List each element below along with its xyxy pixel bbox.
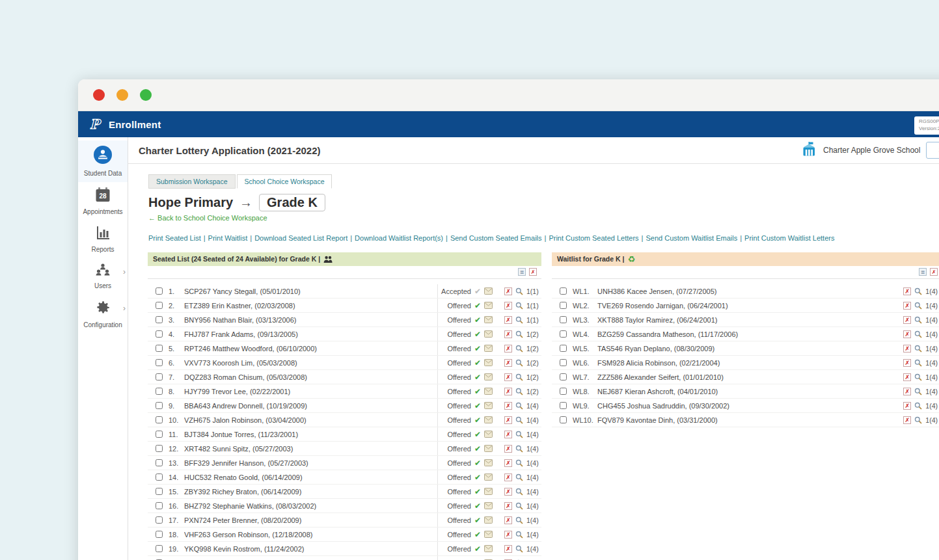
magnifier-icon[interactable]	[515, 359, 523, 367]
magnifier-icon[interactable]	[914, 359, 922, 367]
magnifier-icon[interactable]	[515, 388, 523, 395]
magnifier-icon[interactable]	[515, 416, 523, 424]
row-checkbox[interactable]	[156, 287, 163, 295]
sidebar-item-appointments[interactable]: 28 Appointments	[78, 182, 128, 220]
remove-icon[interactable]: ✗	[504, 431, 512, 438]
remove-icon[interactable]: ✗	[504, 531, 512, 539]
remove-icon[interactable]: ✗	[504, 402, 512, 410]
remove-icon[interactable]: ✗	[504, 416, 512, 424]
excel-export-icon[interactable]: ✗	[930, 268, 938, 276]
magnifier-icon[interactable]	[515, 373, 523, 381]
sidebar-item-reports[interactable]: Reports	[78, 220, 128, 258]
status-check-icon[interactable]: ✔	[474, 345, 481, 353]
row-checkbox[interactable]	[156, 516, 163, 524]
magnifier-icon[interactable]	[515, 445, 523, 453]
magnifier-icon[interactable]	[914, 330, 922, 338]
email-icon[interactable]	[484, 445, 493, 452]
tab-submission-workspace[interactable]: Submission Workspace	[148, 174, 236, 189]
magnifier-icon[interactable]	[515, 545, 523, 553]
status-check-icon[interactable]: ✔	[474, 445, 481, 453]
sidebar-item-student-data[interactable]: Student Data	[78, 140, 128, 182]
status-check-icon[interactable]: ✔	[474, 516, 481, 524]
magnifier-icon[interactable]	[914, 345, 922, 353]
magnifier-icon[interactable]	[914, 287, 922, 295]
email-icon[interactable]	[484, 316, 493, 323]
excel-export-icon[interactable]: ✗	[529, 268, 537, 276]
magnifier-icon[interactable]	[914, 302, 922, 310]
remove-icon[interactable]: ✗	[903, 416, 911, 424]
status-check-icon[interactable]: ✔	[474, 502, 481, 510]
sidebar-item-users[interactable]: Users ›	[78, 258, 128, 295]
remove-icon[interactable]: ✗	[504, 488, 512, 496]
action-link[interactable]: Send Custom Seated Emails	[450, 234, 542, 242]
email-icon[interactable]	[484, 416, 493, 423]
magnifier-icon[interactable]	[515, 473, 523, 481]
close-window-button[interactable]	[93, 89, 105, 101]
remove-icon[interactable]: ✗	[504, 330, 512, 338]
magnifier-icon[interactable]	[515, 459, 523, 467]
row-checkbox[interactable]	[156, 402, 163, 409]
back-to-workspace-link[interactable]: ← Back to School Choice Workspace	[148, 214, 267, 222]
people-icon[interactable]	[323, 256, 333, 263]
magnifier-icon[interactable]	[914, 388, 922, 395]
email-icon[interactable]	[484, 459, 493, 466]
magnifier-icon[interactable]	[515, 502, 523, 510]
status-check-icon[interactable]: ✔	[474, 302, 481, 310]
action-link[interactable]: Download Seated List Report	[254, 234, 347, 242]
switch-school-button[interactable]: Switch	[926, 142, 939, 159]
tab-school-choice-workspace[interactable]: School Choice Workspace	[237, 174, 333, 189]
remove-icon[interactable]: ✗	[903, 345, 911, 353]
row-checkbox[interactable]	[156, 545, 163, 552]
remove-icon[interactable]: ✗	[903, 316, 911, 324]
remove-icon[interactable]: ✗	[504, 302, 512, 310]
status-check-icon[interactable]: ✔	[474, 416, 481, 424]
status-check-icon[interactable]: ✔	[474, 531, 481, 539]
row-checkbox[interactable]	[560, 316, 567, 323]
row-checkbox[interactable]	[156, 359, 163, 366]
row-checkbox[interactable]	[156, 459, 163, 466]
magnifier-icon[interactable]	[515, 516, 523, 524]
row-checkbox[interactable]	[560, 416, 567, 423]
magnifier-icon[interactable]	[515, 531, 523, 539]
row-checkbox[interactable]	[156, 488, 163, 495]
email-icon[interactable]	[484, 330, 493, 338]
magnifier-icon[interactable]	[515, 316, 523, 324]
minimize-window-button[interactable]	[116, 89, 128, 101]
status-check-icon[interactable]: ✔	[474, 330, 481, 338]
zoom-window-button[interactable]	[140, 89, 152, 101]
status-check-icon[interactable]: ✔	[474, 402, 481, 410]
magnifier-icon[interactable]	[914, 373, 922, 381]
remove-icon[interactable]: ✗	[504, 345, 512, 353]
row-checkbox[interactable]	[156, 445, 163, 452]
export-list-icon[interactable]: ≣	[919, 268, 927, 276]
email-icon[interactable]	[484, 531, 493, 538]
email-icon[interactable]	[484, 302, 493, 309]
status-check-icon[interactable]: ✔	[474, 316, 481, 324]
remove-icon[interactable]: ✗	[903, 330, 911, 338]
remove-icon[interactable]: ✗	[504, 502, 512, 510]
remove-icon[interactable]: ✗	[903, 302, 911, 310]
row-checkbox[interactable]	[560, 359, 567, 366]
magnifier-icon[interactable]	[515, 431, 523, 438]
magnifier-icon[interactable]	[914, 402, 922, 410]
remove-icon[interactable]: ✗	[504, 316, 512, 324]
status-check-icon[interactable]: ✔	[474, 388, 481, 395]
magnifier-icon[interactable]	[914, 316, 922, 324]
row-checkbox[interactable]	[560, 402, 567, 409]
row-checkbox[interactable]	[560, 345, 567, 352]
action-link[interactable]: Print Custom Waitlist Letters	[744, 234, 834, 242]
row-checkbox[interactable]	[156, 416, 163, 423]
status-check-icon[interactable]: ✔	[474, 459, 481, 467]
email-icon[interactable]	[484, 431, 493, 438]
remove-icon[interactable]: ✗	[504, 459, 512, 467]
status-check-icon[interactable]: ✔	[474, 545, 481, 553]
remove-icon[interactable]: ✗	[504, 388, 512, 395]
email-icon[interactable]	[484, 473, 493, 481]
action-link[interactable]: Print Waitlist	[208, 234, 248, 242]
email-icon[interactable]	[484, 287, 493, 295]
email-icon[interactable]	[484, 488, 493, 495]
email-icon[interactable]	[484, 516, 493, 524]
email-icon[interactable]	[484, 373, 493, 380]
export-list-icon[interactable]: ≣	[518, 268, 526, 276]
status-check-icon[interactable]: ✔	[474, 431, 481, 438]
